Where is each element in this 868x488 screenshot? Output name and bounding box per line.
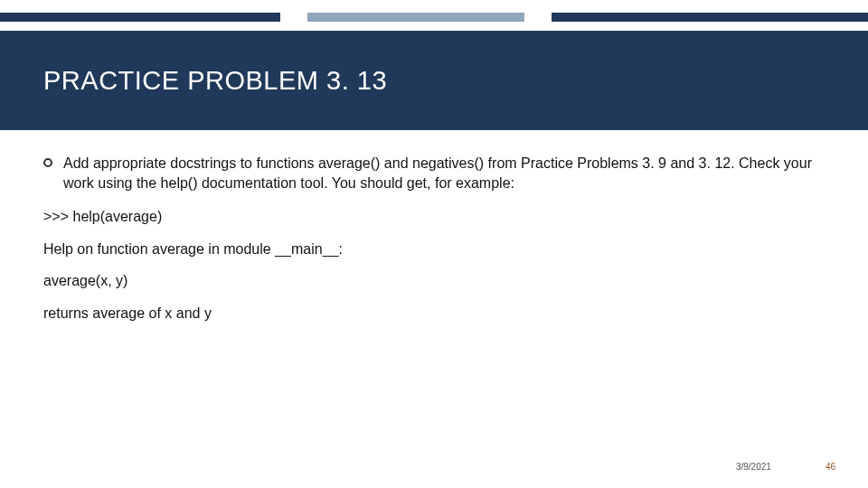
footer-date: 3/9/2021 bbox=[736, 462, 771, 472]
slide-content: Add appropriate docstrings to functions … bbox=[43, 154, 835, 324]
slide: PRACTICE PROBLEM 3. 13 Add appropriate d… bbox=[0, 0, 868, 488]
help-header-line: Help on function average in module __mai… bbox=[43, 239, 835, 259]
slide-footer: 3/9/2021 46 bbox=[736, 462, 835, 472]
bullet-circle-icon bbox=[43, 158, 52, 167]
desc-line: returns average of x and y bbox=[43, 304, 835, 324]
bullet-item: Add appropriate docstrings to functions … bbox=[43, 154, 835, 192]
top-border bbox=[0, 13, 868, 22]
border-segment-light bbox=[307, 13, 524, 22]
slide-title: PRACTICE PROBLEM 3. 13 bbox=[43, 66, 387, 96]
signature-line: average(x, y) bbox=[43, 271, 835, 291]
border-segment-dark-left bbox=[0, 13, 280, 22]
repl-line: >>> help(average) bbox=[43, 207, 835, 227]
bullet-text: Add appropriate docstrings to functions … bbox=[63, 154, 835, 192]
title-band: PRACTICE PROBLEM 3. 13 bbox=[0, 31, 868, 130]
border-segment-dark-right bbox=[552, 13, 868, 22]
footer-page-number: 46 bbox=[826, 462, 835, 472]
